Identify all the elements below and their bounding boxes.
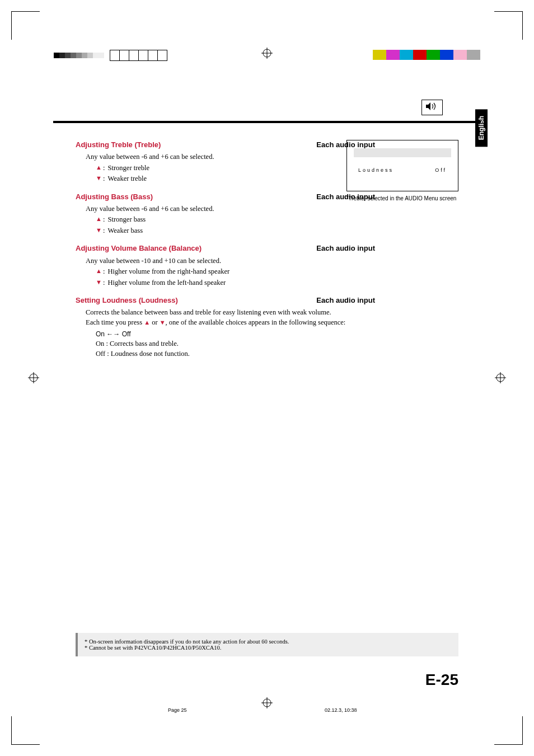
heading-text: Setting Loudness (Loudness) xyxy=(76,295,178,306)
osd-label: Loudness xyxy=(358,167,394,173)
preview-caption: “Treble” selected in the AUDIO Menu scre… xyxy=(346,195,458,202)
note-line: * Cannot be set with P42VCA10/P42HCA10/P… xyxy=(85,645,452,651)
control-label: Weaker treble xyxy=(108,174,147,184)
heading-balance: Adjusting Volume Balance (Balance) Each … xyxy=(76,243,375,253)
control-down: ▼: Higher volume from the left-hand spea… xyxy=(96,278,375,288)
crop-mark xyxy=(11,716,40,745)
control-label: Stronger treble xyxy=(108,163,150,173)
registration-mark-icon xyxy=(261,697,273,708)
menu-preview-box: Loudness Off “Treble” selected in the AU… xyxy=(346,140,458,202)
heading-scope: Each audio input xyxy=(316,295,375,306)
crop-mark xyxy=(494,11,523,40)
color-bars xyxy=(373,50,480,60)
heading-text: Adjusting Treble (Treble) xyxy=(76,140,161,150)
heading-scope: Each audio input xyxy=(316,243,375,253)
control-up: ▲: Stronger bass xyxy=(96,215,375,225)
body-text: Corrects the balance between bass and tr… xyxy=(86,308,375,318)
heading-bass: Adjusting Bass (Bass) Each audio input xyxy=(76,192,375,202)
off-description: Off : Loudness dose not function. xyxy=(96,349,375,359)
arrow-down-icon: ▼ xyxy=(96,174,102,182)
osd-selection-highlight xyxy=(354,148,451,157)
registration-mark-icon xyxy=(28,372,39,383)
note-line: * On-screen information disappears if yo… xyxy=(85,638,452,645)
control-up: ▲: Higher volume from the right-hand spe… xyxy=(96,267,375,277)
registration-mark-icon xyxy=(261,48,273,59)
main-content: Adjusting Treble (Treble) Each audio inp… xyxy=(76,140,375,359)
toggle-sequence: On ←→ Off xyxy=(96,330,375,339)
language-tab: English xyxy=(475,109,488,147)
heading-treble: Adjusting Treble (Treble) Each audio inp… xyxy=(76,140,375,150)
osd-value: Off xyxy=(435,167,447,173)
page-number: E-25 xyxy=(425,671,458,689)
body-text: Each time you press ▲ or ▼, one of the a… xyxy=(86,318,375,328)
heading-text: Adjusting Volume Balance (Balance) xyxy=(76,243,202,253)
arrow-up-icon: ▲ xyxy=(96,163,102,172)
control-label: Higher volume from the right-hand speake… xyxy=(108,267,230,277)
header-rule xyxy=(53,121,481,123)
on-description: On : Corrects bass and treble. xyxy=(96,339,375,349)
heading-loudness: Setting Loudness (Loudness) Each audio i… xyxy=(76,295,375,306)
body-text: Any value between -6 and +6 can be selec… xyxy=(86,204,375,214)
arrow-up-icon: ▲ xyxy=(144,319,150,326)
arrow-down-icon: ▼ xyxy=(160,319,166,326)
crop-mark xyxy=(11,11,40,40)
control-label: Stronger bass xyxy=(108,215,146,225)
body-text: Any value between -6 and +6 can be selec… xyxy=(86,152,375,162)
notes-box: * On-screen information disappears if yo… xyxy=(76,633,458,656)
speaker-icon xyxy=(421,100,443,115)
arrow-up-icon: ▲ xyxy=(96,267,102,275)
heading-text: Adjusting Bass (Bass) xyxy=(76,192,153,202)
control-label: Weaker bass xyxy=(108,226,143,236)
footer-timestamp: 02.12.3, 10:38 xyxy=(325,707,357,713)
control-down: ▼: Weaker bass xyxy=(96,226,375,236)
crop-mark xyxy=(494,716,523,745)
arrow-down-icon: ▼ xyxy=(96,278,102,287)
registration-mark-icon xyxy=(495,372,506,383)
osd-preview: Loudness Off xyxy=(346,140,458,191)
control-up: ▲: Stronger treble xyxy=(96,163,375,173)
footer-page: Page 25 xyxy=(168,707,187,713)
arrow-down-icon: ▼ xyxy=(96,226,102,234)
arrow-up-icon: ▲ xyxy=(96,215,102,223)
body-text: Any value between -10 and +10 can be sel… xyxy=(86,256,375,266)
control-down: ▼: Weaker treble xyxy=(96,174,375,184)
grayscale-bars xyxy=(54,50,167,61)
control-label: Higher volume from the left-hand speaker xyxy=(108,278,226,288)
